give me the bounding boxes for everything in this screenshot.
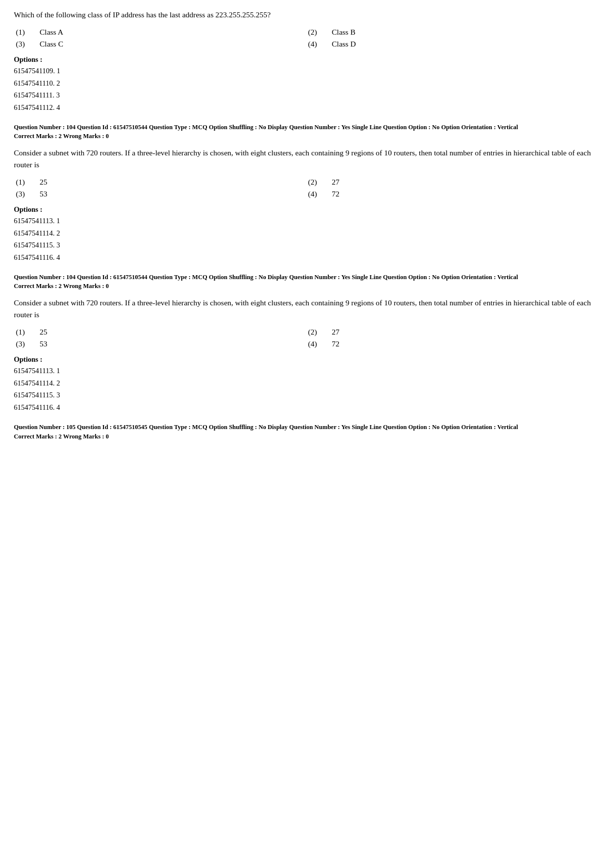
option-row-3: (3) Class C [16,40,308,48]
question-104b-options-grid: (1) 25 (2) 27 (3) 53 (4) 72 [14,328,600,348]
option-num-4: (4) [308,40,323,48]
meta-103-line2: Correct Marks : 2 Wrong Marks : 0 [14,132,600,141]
option-104b-row-3: (3) 53 [16,339,308,348]
option-104a-val-2: 27 [332,178,340,187]
question-104a-meta: Question Number : 104 Question Id : 6154… [14,273,600,291]
option-104a-id-3: 61547541115. 3 [14,239,600,251]
option-104a-row-2: (2) 27 [308,178,600,187]
option-id-4: 61547541112. 4 [14,101,600,114]
meta-104a-line2: Correct Marks : 2 Wrong Marks : 0 [14,282,600,291]
option-104a-id-2: 61547541114. 2 [14,227,600,240]
option-104b-num-2: (2) [308,328,323,337]
question-104a-options-list: 61547541113. 1 61547541114. 2 6154754111… [14,215,600,264]
option-id-3: 61547541111. 3 [14,89,600,101]
option-num-2: (2) [308,28,323,37]
option-104a-num-1: (1) [16,178,31,187]
question-104a-options-label: Options : [14,205,600,214]
meta-104b-line2: Correct Marks : 2 Wrong Marks : 0 [14,432,600,441]
option-row-2: (2) Class B [308,28,600,37]
option-104a-id-1: 61547541113. 1 [14,215,600,227]
option-104a-id-4: 61547541116. 4 [14,251,600,264]
option-104b-num-4: (4) [308,339,323,348]
question-103-options-label: Options : [14,55,600,64]
option-row-4: (4) Class D [308,40,600,48]
meta-104a-line1: Question Number : 104 Question Id : 6154… [14,273,600,282]
option-104a-num-2: (2) [308,178,323,187]
option-num-1: (1) [16,28,31,37]
option-row-1: (1) Class A [16,28,308,37]
option-104b-id-1: 61547541113. 1 [14,365,600,377]
option-104a-val-4: 72 [332,190,340,198]
question-104b-meta: Question Number : 105 Question Id : 6154… [14,423,600,441]
option-104a-val-1: 25 [40,178,48,187]
option-val-4: Class D [332,40,356,48]
option-104a-row-4: (4) 72 [308,190,600,198]
option-104a-num-3: (3) [16,190,31,198]
option-104b-row-1: (1) 25 [16,328,308,337]
option-104b-val-4: 72 [332,339,340,348]
question-104b-options-label: Options : [14,355,600,364]
question-104b-options-list: 61547541113. 1 61547541114. 2 6154754111… [14,365,600,414]
question-103-text: Which of the following class of IP addre… [14,9,600,21]
option-val-1: Class A [40,28,63,37]
meta-104b-line1: Question Number : 105 Question Id : 6154… [14,423,600,432]
option-val-2: Class B [332,28,356,37]
option-104b-id-4: 61547541116. 4 [14,401,600,414]
meta-103-line1: Question Number : 104 Question Id : 6154… [14,123,600,132]
option-num-3: (3) [16,40,31,48]
option-104a-num-4: (4) [308,190,323,198]
question-103-options-grid: (1) Class A (2) Class B (3) Class C (4) … [14,28,600,48]
question-104b-text: Consider a subnet with 720 routers. If a… [14,297,600,321]
question-104a-text: Consider a subnet with 720 routers. If a… [14,147,600,171]
option-104b-val-1: 25 [40,328,48,337]
option-val-3: Class C [40,40,63,48]
option-104b-id-2: 61547541114. 2 [14,377,600,389]
option-104b-num-3: (3) [16,339,31,348]
option-104a-val-3: 53 [40,190,48,198]
option-104b-num-1: (1) [16,328,31,337]
question-103-meta: Question Number : 104 Question Id : 6154… [14,123,600,142]
option-id-1: 61547541109. 1 [14,65,600,77]
option-104a-row-1: (1) 25 [16,178,308,187]
option-104b-val-3: 53 [40,339,48,348]
option-104b-row-4: (4) 72 [308,339,600,348]
option-104b-id-3: 61547541115. 3 [14,389,600,401]
option-id-2: 61547541110. 2 [14,77,600,90]
question-103-options-list: 61547541109. 1 61547541110. 2 6154754111… [14,65,600,114]
option-104a-row-3: (3) 53 [16,190,308,198]
question-104a-options-grid: (1) 25 (2) 27 (3) 53 (4) 72 [14,178,600,198]
option-104b-row-2: (2) 27 [308,328,600,337]
option-104b-val-2: 27 [332,328,340,337]
